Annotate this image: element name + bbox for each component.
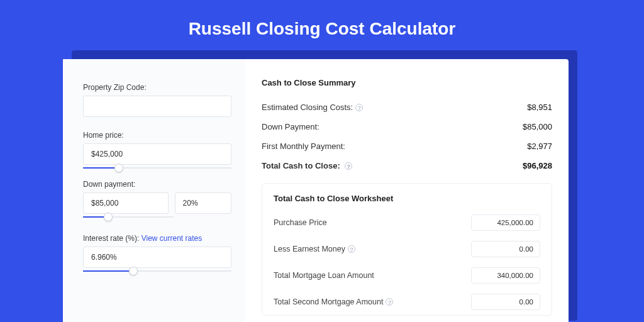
- summary-row-key: Down Payment:: [262, 122, 319, 131]
- help-icon[interactable]: ?: [355, 104, 363, 111]
- summary-total-key-text: Total Cash to Close:: [262, 161, 340, 170]
- interest-rate-slider-thumb[interactable]: [129, 267, 138, 275]
- help-icon[interactable]: ?: [345, 162, 352, 170]
- home-price-input[interactable]: [83, 143, 231, 165]
- home-price-slider-thumb[interactable]: [114, 164, 123, 172]
- help-icon[interactable]: ?: [348, 245, 355, 253]
- down-payment-pct-input[interactable]: [175, 192, 231, 214]
- worksheet-row: Purchase Price425,000.00: [274, 209, 540, 236]
- down-payment-slider[interactable]: [83, 213, 174, 224]
- results-panel: Cash to Close Summary Estimated Closing …: [245, 59, 569, 322]
- interest-rate-slider[interactable]: [83, 267, 231, 278]
- help-icon[interactable]: ?: [386, 298, 393, 306]
- summary-row: Down Payment:$85,000: [262, 117, 552, 136]
- page-background: Russell Closing Cost Calculator Property…: [0, 0, 644, 322]
- worksheet-row-value[interactable]: 0.00: [471, 294, 540, 310]
- interest-rate-label: Interest rate (%): View current rates: [83, 234, 231, 243]
- worksheet-rows: Purchase Price425,000.00Less Earnest Mon…: [274, 209, 540, 315]
- worksheet-row-key: Purchase Price: [274, 218, 327, 227]
- down-payment-slider-thumb[interactable]: [104, 213, 113, 221]
- summary-row: First Monthly Payment:$2,977: [262, 136, 552, 156]
- down-payment-input[interactable]: [83, 192, 169, 214]
- summary-total-value: $96,928: [523, 161, 552, 170]
- worksheet-row-key: Less Earnest Money?: [274, 245, 355, 253]
- worksheet-row-value[interactable]: 0.00: [471, 241, 540, 257]
- summary-row-key: Estimated Closing Costs:?: [262, 103, 363, 112]
- worksheet-row-key: Total Second Mortgage Amount?: [274, 297, 393, 306]
- worksheet-row-value[interactable]: 340,000.00: [471, 267, 540, 284]
- summary-row-key: First Monthly Payment:: [262, 142, 345, 151]
- interest-rate-slider-fill: [83, 270, 133, 272]
- down-payment-label: Down payment:: [83, 180, 231, 189]
- worksheet-row-value[interactable]: 425,000.00: [471, 214, 540, 231]
- inputs-panel: Property Zip Code: Home price: Down paym…: [63, 59, 245, 322]
- summary-row-value: $2,977: [527, 142, 552, 151]
- worksheet-card: Total Cash to Close Worksheet Purchase P…: [262, 183, 552, 316]
- summary-total-key: Total Cash to Close: ?: [262, 161, 352, 170]
- page-title: Russell Closing Cost Calculator: [0, 0, 644, 39]
- home-price-label: Home price:: [83, 131, 231, 140]
- interest-rate-label-text: Interest rate (%):: [83, 234, 139, 243]
- summary-row-value: $8,951: [527, 103, 552, 112]
- worksheet-row-key: Total Mortgage Loan Amount: [274, 271, 374, 280]
- zip-label: Property Zip Code:: [83, 83, 231, 92]
- summary-total-row: Total Cash to Close: ? $96,928: [262, 156, 552, 175]
- summary-row-value: $85,000: [523, 122, 552, 131]
- home-price-slider[interactable]: [83, 164, 231, 175]
- home-price-slider-fill: [83, 167, 119, 169]
- summary-rows: Estimated Closing Costs:?$8,951Down Paym…: [262, 97, 552, 156]
- summary-heading: Cash to Close Summary: [262, 78, 552, 87]
- worksheet-heading: Total Cash to Close Worksheet: [274, 194, 540, 203]
- summary-row: Estimated Closing Costs:?$8,951: [262, 97, 552, 117]
- worksheet-row: Total Second Mortgage Amount?0.00: [274, 289, 540, 315]
- worksheet-row: Total Mortgage Loan Amount340,000.00: [274, 262, 540, 289]
- calculator-card: Property Zip Code: Home price: Down paym…: [63, 59, 569, 322]
- worksheet-row: Less Earnest Money?0.00: [274, 236, 540, 262]
- view-rates-link[interactable]: View current rates: [142, 234, 203, 243]
- interest-rate-input[interactable]: [83, 247, 231, 268]
- zip-input[interactable]: [83, 96, 231, 117]
